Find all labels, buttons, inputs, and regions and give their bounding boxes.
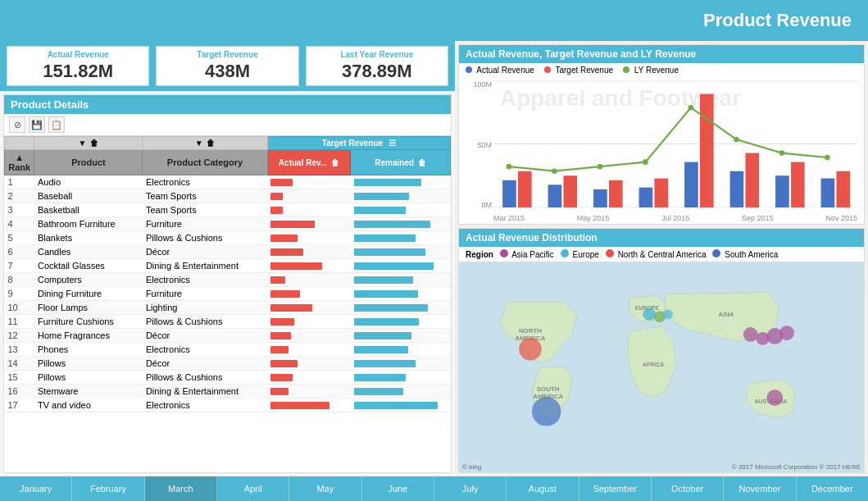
svg-rect-12 (563, 175, 577, 207)
actual-bar-cell (267, 315, 351, 329)
bar-remained (354, 290, 418, 298)
table-row[interactable]: 11 Furniture Cushions Pillows & Cushions (5, 315, 451, 329)
table-row[interactable]: 14 Pillows Décor (5, 357, 451, 371)
table-row[interactable]: 13 Phones Electronics (5, 343, 451, 357)
svg-text:SOUTH: SOUTH (537, 385, 560, 393)
category-cell: Lighting (143, 301, 267, 315)
category-cell: Pillows & Cushions (143, 315, 267, 329)
svg-point-25 (779, 150, 785, 156)
product-cell: Blankets (34, 231, 143, 245)
filter-icon[interactable]: ▼ (79, 139, 87, 148)
svg-rect-4 (548, 184, 562, 207)
month-bar: January February March April May June Ju… (0, 476, 868, 501)
table-row[interactable]: 6 Candles Décor (5, 245, 451, 259)
svg-point-44 (779, 326, 794, 340)
month-february[interactable]: February (72, 476, 144, 501)
table-wrapper: ▼ 🗑 ▼ 🗑 Target Revenue ☰ (4, 136, 451, 472)
rank-cell: 1 (5, 175, 34, 189)
table-row[interactable]: 8 Computers Electronics (5, 273, 451, 287)
svg-point-23 (688, 105, 694, 111)
kpi-row: Actual Revenue 151.82M Target Revenue 43… (0, 41, 455, 91)
save-button[interactable]: 💾 (29, 116, 45, 133)
svg-rect-5 (593, 189, 607, 207)
svg-point-38 (643, 307, 656, 321)
month-october[interactable]: October (652, 476, 724, 501)
bar-remained (354, 402, 438, 409)
bar-remained (354, 221, 430, 228)
map-svg: NORTH AMERICA SOUTH AMERICA EUROPE AFRIC… (459, 262, 864, 472)
month-july[interactable]: July (434, 476, 507, 501)
month-december[interactable]: December (797, 476, 868, 501)
legend-dot-ly (623, 66, 629, 73)
actual-bar-cell (267, 231, 351, 245)
svg-point-19 (507, 164, 512, 170)
month-june[interactable]: June (362, 476, 434, 501)
legend-circle-sa (712, 249, 720, 257)
toolbar: ⊘ 💾 📋 (4, 114, 451, 136)
actual-bar-cell (267, 259, 351, 273)
month-january[interactable]: January (0, 476, 72, 501)
export-button[interactable]: 📋 (48, 116, 65, 133)
table-row[interactable]: 7 Cocktail Glasses Dining & Entertainmen… (5, 259, 451, 273)
table-row[interactable]: 10 Floor Lamps Lighting (5, 301, 451, 315)
reset-button[interactable]: ⊘ (9, 116, 25, 133)
actual-bar-cell (267, 357, 351, 371)
line-chart-svg (493, 80, 857, 207)
product-cell: Pillows (34, 357, 143, 371)
line-chart-legend: Actual Revenue Target Revenue LY Revenue (459, 63, 864, 77)
bar-actual (270, 207, 282, 214)
bar-remained (354, 207, 406, 214)
rank-cell: 16 (5, 385, 34, 399)
rank-cell: 7 (5, 259, 34, 273)
delete-icon-2[interactable]: 🗑 (207, 139, 215, 148)
bar-remained (354, 179, 422, 186)
table-row[interactable]: 12 Home Fragrances Décor (5, 329, 451, 343)
product-cell: Basketball (34, 203, 143, 217)
remained-bar-cell (351, 343, 451, 357)
table-row[interactable]: 17 TV and video Electronics (5, 399, 451, 412)
svg-rect-16 (745, 153, 759, 207)
bar-actual (270, 318, 294, 326)
delete-icon-3[interactable]: 🗑 (331, 158, 339, 167)
table-row[interactable]: 15 Pillows Pillows & Cushions (5, 371, 451, 385)
actual-bar-cell (267, 399, 351, 412)
bar-actual (270, 248, 303, 256)
svg-rect-13 (609, 180, 623, 207)
table-row[interactable]: 4 Bathroom Furniture Furniture (5, 217, 451, 231)
product-cell: Candles (34, 245, 143, 259)
month-august[interactable]: August (507, 476, 579, 501)
month-april[interactable]: April (217, 476, 289, 501)
rank-cell: 11 (5, 315, 34, 329)
rank-cell: 15 (5, 371, 34, 385)
table-row[interactable]: 16 Stemware Dining & Entertainment (5, 385, 451, 399)
month-march[interactable]: March (145, 476, 217, 501)
remained-bar-cell (351, 175, 451, 189)
table-row[interactable]: 3 Basketball Team Sports (5, 203, 451, 217)
category-cell: Furniture (143, 217, 267, 231)
table-row[interactable]: 5 Blankets Pillows & Cushions (5, 231, 451, 245)
svg-rect-10 (821, 179, 835, 207)
filter-icon-2[interactable]: ▼ (195, 139, 203, 148)
remained-bar-cell (351, 371, 451, 385)
rank-cell: 5 (5, 231, 34, 245)
table-row[interactable]: 2 Baseball Team Sports (5, 189, 451, 203)
month-september[interactable]: September (579, 476, 652, 501)
actual-bar-cell (267, 175, 351, 189)
svg-point-37 (532, 397, 561, 426)
bar-remained (354, 332, 412, 339)
remained-bar-cell (351, 231, 451, 245)
product-section-header: Product Details (4, 95, 451, 114)
product-details-section: Product Details ⊘ 💾 📋 ▼ 🗑 (3, 94, 452, 473)
menu-icon[interactable]: ☰ (389, 139, 396, 148)
delete-icon[interactable]: 🗑 (90, 139, 98, 148)
delete-icon-4[interactable]: 🗑 (418, 158, 426, 167)
legend-south-america: South America (712, 249, 778, 259)
actual-bar-cell (267, 273, 351, 287)
svg-rect-15 (700, 94, 714, 207)
remained-bar-cell (351, 189, 451, 203)
table-row[interactable]: 9 Dining Furniture Furniture (5, 287, 451, 301)
table-row[interactable]: 1 Audio Electronics (5, 175, 451, 189)
month-may[interactable]: May (289, 476, 361, 501)
month-november[interactable]: November (724, 476, 796, 501)
rank-cell: 9 (5, 287, 34, 301)
